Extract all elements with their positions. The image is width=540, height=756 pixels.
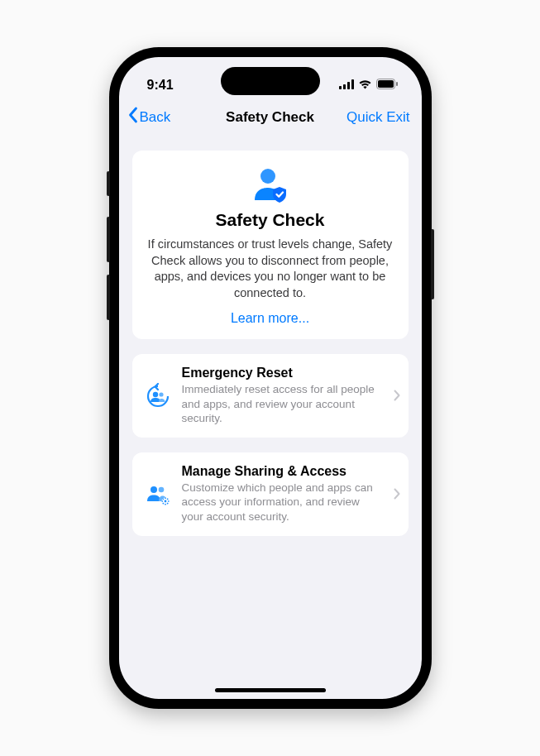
svg-point-10: [151, 486, 157, 493]
manage-sharing-icon: [144, 480, 172, 508]
svg-point-13: [164, 500, 166, 503]
emergency-reset-icon: [144, 382, 172, 410]
side-button: [431, 229, 434, 299]
status-time: 9:41: [147, 78, 174, 93]
intro-title: Safety Check: [147, 210, 394, 230]
svg-line-19: [167, 503, 168, 504]
chevron-right-icon: [394, 386, 400, 405]
quick-exit-button[interactable]: Quick Exit: [346, 109, 410, 126]
emergency-reset-row[interactable]: Emergency Reset Immediately reset access…: [132, 354, 409, 438]
phone-frame: 9:41 Back Safety Check Qu: [109, 47, 432, 709]
svg-rect-3: [351, 79, 354, 89]
status-indicators: [339, 78, 399, 93]
side-button: [107, 217, 110, 262]
svg-rect-6: [396, 82, 398, 86]
chevron-left-icon: [127, 107, 138, 127]
action-title: Emergency Reset: [182, 366, 384, 380]
battery-icon: [376, 78, 399, 93]
svg-point-11: [158, 487, 164, 493]
nav-bar: Back Safety Check Quick Exit: [119, 100, 422, 136]
svg-line-18: [162, 499, 163, 500]
side-button: [107, 171, 110, 196]
action-title: Manage Sharing & Access: [182, 464, 384, 479]
screen: 9:41 Back Safety Check Qu: [119, 57, 422, 699]
svg-rect-1: [343, 84, 346, 89]
content: Safety Check If circumstances or trust l…: [119, 136, 422, 699]
action-description: Customize which people and apps can acce…: [182, 481, 384, 524]
svg-line-20: [167, 499, 168, 500]
svg-point-9: [159, 392, 163, 396]
page-title: Safety Check: [226, 109, 314, 126]
svg-rect-5: [378, 80, 394, 88]
intro-card: Safety Check If circumstances or trust l…: [132, 151, 409, 339]
safety-check-icon: [251, 167, 289, 203]
cellular-icon: [339, 78, 354, 93]
svg-line-21: [162, 503, 163, 504]
back-button[interactable]: Back: [127, 107, 171, 127]
chevron-right-icon: [394, 485, 400, 504]
manage-sharing-row[interactable]: Manage Sharing & Access Customize which …: [132, 452, 409, 536]
wifi-icon: [358, 78, 372, 93]
dynamic-island: [221, 67, 320, 95]
intro-description: If circumstances or trust levels change,…: [147, 237, 394, 301]
svg-rect-0: [339, 86, 342, 89]
svg-point-7: [260, 169, 275, 184]
home-indicator[interactable]: [215, 688, 326, 692]
action-description: Immediately reset access for all people …: [182, 382, 384, 426]
side-button: [107, 275, 110, 320]
svg-point-8: [152, 391, 157, 396]
svg-rect-2: [347, 82, 350, 89]
learn-more-link[interactable]: Learn more...: [147, 311, 394, 326]
back-label: Back: [140, 109, 171, 126]
